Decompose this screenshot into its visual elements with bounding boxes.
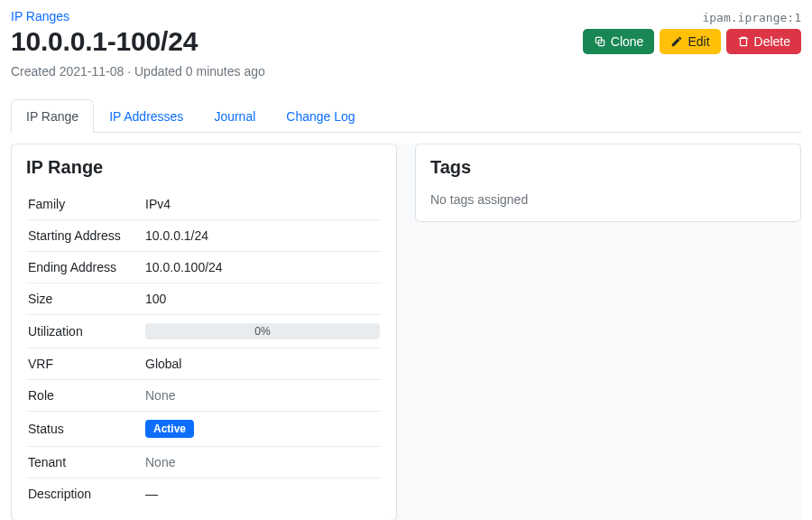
row-value-start-address: 10.0.0.1/24 [143,220,382,252]
row-value-vrf: Global [143,348,382,380]
tab-ip-range[interactable]: IP Range [11,99,94,133]
svg-rect-2 [740,39,746,46]
table-row: Utilization 0% [26,315,382,348]
row-value-tenant: None [143,447,382,478]
table-row: Description — [26,478,382,510]
meta-timestamps: Created 2021-11-08 · Updated 0 minutes a… [11,64,801,79]
trash-icon [737,35,750,48]
delete-button[interactable]: Delete [726,29,801,54]
table-row: Size 100 [26,283,382,315]
table-row: Tenant None [26,447,382,478]
row-value-size: 100 [143,283,382,315]
row-value-family: IPv4 [143,189,382,220]
page-title: 10.0.0.1-100/24 [11,26,198,57]
row-label: Tenant [26,447,143,478]
tab-change-log[interactable]: Change Log [271,99,370,133]
row-value-status: Active [143,412,382,447]
row-value-utilization: 0% [143,315,382,348]
copy-icon [594,35,606,48]
table-row: Family IPv4 [26,189,382,220]
tags-panel: Tags No tags assigned [415,144,801,222]
tags-empty-text: No tags assigned [430,189,786,210]
row-label: Role [26,380,143,412]
row-label: Ending Address [26,252,143,283]
row-label: Size [26,283,143,315]
row-value-description: — [143,478,382,510]
table-row: VRF Global [26,348,382,380]
edit-button-label: Edit [687,34,709,49]
ip-range-panel: IP Range Family IPv4 Starting Address 10… [11,144,397,520]
row-label: VRF [26,348,143,380]
table-row: Status Active [26,412,382,447]
pencil-icon [670,35,683,48]
table-row: Role None [26,380,382,412]
clone-button[interactable]: Clone [583,29,655,54]
utilization-bar: 0% [145,323,380,339]
tab-ip-addresses[interactable]: IP Addresses [94,99,198,133]
tags-panel-heading: Tags [430,157,786,178]
delete-button-label: Delete [754,34,790,49]
row-label: Description [26,478,143,510]
utilization-label: 0% [254,325,270,338]
row-value-end-address: 10.0.0.100/24 [143,252,382,283]
table-row: Starting Address 10.0.0.1/24 [26,220,382,252]
row-label: Family [26,189,143,220]
clone-button-label: Clone [611,34,644,49]
object-identifier: ipam.iprange:1 [702,9,801,24]
row-label: Starting Address [26,220,143,252]
tab-bar: IP Range IP Addresses Journal Change Log [11,98,801,133]
status-badge: Active [145,420,194,438]
row-label: Status [26,412,143,447]
row-label: Utilization [26,315,143,348]
breadcrumb-ip-ranges[interactable]: IP Ranges [11,9,69,23]
tab-journal[interactable]: Journal [198,99,271,133]
edit-button[interactable]: Edit [660,29,720,54]
table-row: Ending Address 10.0.0.100/24 [26,252,382,283]
row-value-role: None [143,380,382,412]
ip-range-panel-heading: IP Range [26,157,382,178]
